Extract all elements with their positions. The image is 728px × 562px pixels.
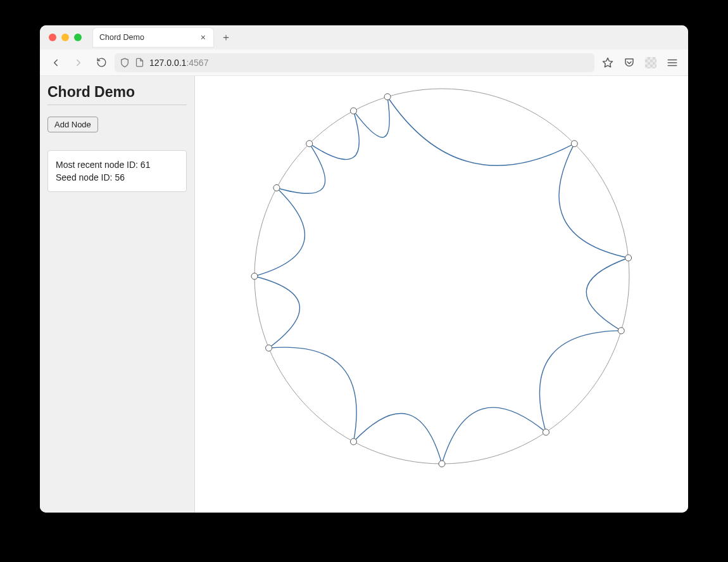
extension-icon: [645, 57, 656, 68]
tab-bar: Chord Demo × ＋: [93, 28, 235, 47]
extension-button[interactable]: [641, 53, 660, 72]
recent-node-row: Most recent node ID: 61: [56, 160, 179, 170]
reload-button[interactable]: [92, 53, 111, 72]
url-text: 127.0.0.1:4567: [149, 58, 208, 68]
seed-node-label: Seed node ID:: [56, 172, 115, 182]
address-bar[interactable]: 127.0.0.1:4567: [115, 53, 594, 72]
page-content: Chord Demo Add Node Most recent node ID:…: [40, 76, 688, 513]
minimize-window-icon[interactable]: [61, 34, 69, 41]
close-window-icon[interactable]: [49, 34, 56, 41]
sidebar: Chord Demo Add Node Most recent node ID:…: [40, 76, 195, 513]
chord-node[interactable]: [571, 141, 577, 147]
chord-node[interactable]: [625, 255, 632, 261]
chord-link: [353, 97, 389, 137]
window-titlebar: Chord Demo × ＋: [40, 25, 688, 49]
chord-node[interactable]: [273, 184, 280, 191]
url-port: :4567: [186, 58, 208, 68]
close-tab-icon[interactable]: ×: [199, 32, 207, 42]
pocket-button[interactable]: [620, 53, 639, 72]
chord-link: [559, 144, 629, 258]
chord-node[interactable]: [618, 328, 624, 334]
browser-window: Chord Demo × ＋ 127.0.0.1:4567: [40, 25, 688, 513]
new-tab-button[interactable]: ＋: [217, 29, 235, 46]
tab-title: Chord Demo: [99, 33, 144, 42]
chord-link: [539, 331, 621, 432]
page-title: Chord Demo: [47, 84, 187, 105]
chord-node[interactable]: [306, 141, 313, 147]
chord-node[interactable]: [439, 461, 445, 467]
toolbar-right: [598, 53, 682, 72]
chord-node[interactable]: [543, 429, 549, 435]
chord-link: [269, 347, 357, 442]
svg-marker-0: [603, 58, 613, 67]
chord-node[interactable]: [350, 108, 356, 114]
chord-node[interactable]: [266, 345, 272, 351]
shield-icon: [120, 58, 130, 68]
url-host: 127.0.0.1: [149, 58, 186, 68]
chord-link: [254, 276, 299, 348]
seed-node-row: Seed node ID: 56: [56, 172, 179, 182]
visualization-area: [195, 76, 688, 513]
browser-toolbar: 127.0.0.1:4567: [40, 49, 688, 76]
recent-node-label: Most recent node ID:: [56, 160, 141, 170]
browser-tab[interactable]: Chord Demo ×: [93, 28, 213, 47]
window-traffic-lights: [49, 34, 82, 41]
forward-button[interactable]: [69, 53, 88, 72]
bookmark-button[interactable]: [598, 53, 617, 72]
fullscreen-window-icon[interactable]: [74, 34, 82, 41]
chord-node[interactable]: [384, 94, 391, 100]
info-card: Most recent node ID: 61 Seed node ID: 56: [47, 150, 187, 192]
chord-node[interactable]: [251, 273, 258, 279]
back-button[interactable]: [46, 53, 65, 72]
chord-link: [442, 407, 546, 464]
chord-link: [387, 97, 574, 166]
chord-diagram: [195, 76, 688, 513]
recent-node-value: 61: [141, 160, 151, 170]
chord-link: [254, 188, 304, 276]
chord-link: [353, 414, 442, 464]
page-icon: [135, 58, 144, 67]
seed-node-value: 56: [115, 172, 125, 182]
chord-node[interactable]: [350, 438, 356, 445]
chord-link: [310, 111, 360, 160]
chord-link: [586, 258, 628, 331]
chord-link: [277, 144, 325, 194]
add-node-button[interactable]: Add Node: [47, 117, 98, 132]
menu-button[interactable]: [663, 53, 682, 72]
